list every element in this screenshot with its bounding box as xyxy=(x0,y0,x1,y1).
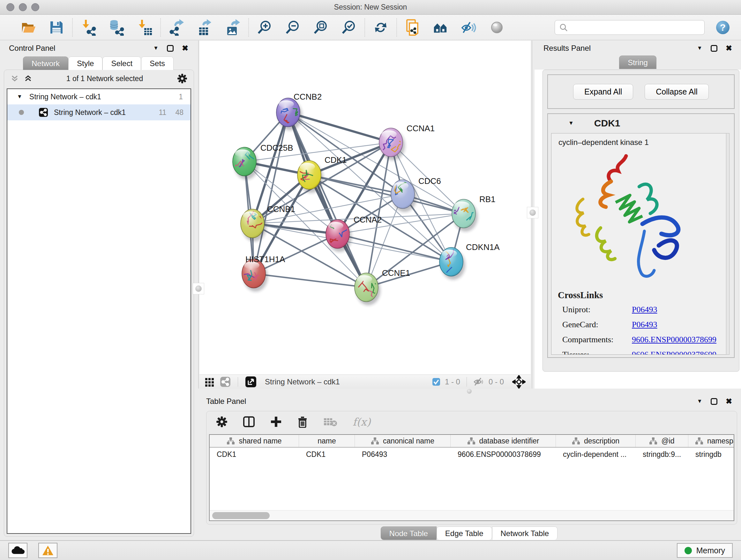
tab-network-table[interactable]: Network Table xyxy=(492,526,558,540)
table-cell[interactable]: P06493 xyxy=(355,450,451,459)
zoom-selected-button[interactable] xyxy=(341,19,357,36)
entry-collapse-icon[interactable]: ▼ xyxy=(568,120,574,126)
network-row-selected[interactable]: String Network – cdk1 11 48 xyxy=(7,105,191,120)
tab-network[interactable]: Network xyxy=(23,57,68,70)
collection-expand-icon[interactable]: ▼ xyxy=(17,94,22,100)
hidden-eye-slash-icon[interactable] xyxy=(473,377,484,387)
memory-button[interactable]: Memory xyxy=(677,543,733,558)
collapse-panel-icon[interactable]: ▼ xyxy=(697,398,702,405)
search-input[interactable] xyxy=(555,20,704,35)
birdseye-view-icon[interactable] xyxy=(245,376,257,388)
zoom-in-button[interactable] xyxy=(257,19,273,36)
scrollbar-thumb[interactable] xyxy=(212,512,270,519)
tab-sets[interactable]: Sets xyxy=(141,57,174,70)
tab-edge-table[interactable]: Edge Table xyxy=(436,526,492,540)
collapse-panel-icon[interactable]: ▼ xyxy=(697,45,702,51)
float-panel-icon[interactable] xyxy=(711,398,718,405)
table-options-gear-icon[interactable] xyxy=(216,416,227,428)
left-splitter-handle[interactable] xyxy=(193,283,204,294)
network-view-canvas[interactable]: CCNB2CCNA1CDC25BCDK1CDC6RB1CCNB1CCNA2CDK… xyxy=(199,41,531,374)
table-cell[interactable]: stringdb:9... xyxy=(636,450,688,459)
node-CCNE1[interactable]: CCNE1 xyxy=(354,268,410,305)
horizontal-splitter[interactable] xyxy=(197,388,741,394)
expand-all-button[interactable]: Expand All xyxy=(573,84,633,100)
node-CDK1[interactable]: CDK1 xyxy=(294,155,347,193)
network-view-toolbar: String Network – cdk1 1 - 0 0 - 0 xyxy=(199,374,531,388)
tab-node-table[interactable]: Node Table xyxy=(381,526,436,540)
import-network-file-button[interactable] xyxy=(80,19,96,36)
results-scrollbar[interactable] xyxy=(726,133,730,355)
column-header-database-identifier[interactable]: database identifier xyxy=(451,435,556,447)
close-panel-icon[interactable]: ✖ xyxy=(182,44,188,53)
clone-network-button[interactable] xyxy=(405,19,421,36)
right-splitter-handle[interactable] xyxy=(527,207,538,219)
column-header-namespace[interactable]: namespace xyxy=(688,435,734,447)
selected-nodes-checkbox-icon[interactable] xyxy=(432,378,441,386)
collapse-all-button[interactable]: Collapse All xyxy=(645,84,709,100)
tab-style[interactable]: Style xyxy=(68,57,103,70)
node-RB1[interactable]: RB1 xyxy=(452,194,495,232)
column-header-name[interactable]: name xyxy=(299,435,355,447)
delete-column-trash-icon[interactable] xyxy=(297,416,308,428)
node-CCNB2[interactable]: CCNB2 xyxy=(276,92,322,130)
float-panel-icon[interactable] xyxy=(167,45,174,52)
table-cell[interactable]: stringdb xyxy=(688,450,734,459)
table-cell[interactable]: cyclin-dependent ... xyxy=(556,450,636,459)
table-cell[interactable]: 9606.ENSP00000378699 xyxy=(451,450,556,459)
add-column-plus-icon[interactable] xyxy=(270,416,282,428)
crosslink-link[interactable]: P06493 xyxy=(632,305,657,314)
right-splitter[interactable] xyxy=(531,41,533,388)
table-horizontal-scrollbar[interactable] xyxy=(210,510,734,520)
show-columns-icon[interactable] xyxy=(243,416,255,428)
float-panel-icon[interactable] xyxy=(711,45,718,52)
network-svg[interactable]: CCNB2CCNA1CDC25BCDK1CDC6RB1CCNB1CCNA2CDK… xyxy=(199,41,531,374)
export-network-button[interactable] xyxy=(169,19,185,36)
expand-all-networks-icon[interactable] xyxy=(10,74,19,83)
close-panel-icon[interactable]: ✖ xyxy=(726,44,732,53)
hide-selected-button[interactable] xyxy=(461,19,477,36)
column-header-canonical-name[interactable]: canonical name xyxy=(355,435,451,447)
table-cell[interactable]: CDK1 xyxy=(210,450,299,459)
export-table-button[interactable] xyxy=(197,19,212,36)
show-all-button[interactable] xyxy=(489,19,505,36)
node-entry-header[interactable]: ▼ CDK1 xyxy=(548,114,734,132)
tab-select[interactable]: Select xyxy=(103,57,141,70)
string-results-box: Expand All Collapse All ▼ CDK1 cyclin–de… xyxy=(542,70,739,372)
collapse-panel-icon[interactable]: ▼ xyxy=(153,45,158,51)
help-button[interactable]: ? xyxy=(715,19,731,36)
fit-content-crosshair-icon[interactable] xyxy=(512,375,526,388)
collapse-all-networks-icon[interactable] xyxy=(24,74,32,83)
search-field[interactable] xyxy=(571,23,700,32)
crosslink-link[interactable]: P06493 xyxy=(632,320,657,329)
warning-status-button[interactable] xyxy=(38,543,57,558)
table-row[interactable]: CDK1CDK1P064939606.ENSP00000378699cyclin… xyxy=(210,448,734,461)
cloud-status-button[interactable] xyxy=(8,543,27,558)
network-collection-row[interactable]: ▼ String Network – cdk1 1 xyxy=(7,89,191,105)
save-session-button[interactable] xyxy=(49,19,64,36)
function-builder-icon[interactable]: f(x) xyxy=(353,416,371,428)
network-options-gear-icon[interactable] xyxy=(177,73,187,84)
crosslink-link[interactable]: 9606.ENSP00000378699 xyxy=(632,335,717,345)
node-HIST1H1A[interactable]: HIST1H1A xyxy=(237,254,285,292)
node-table[interactable]: shared namenamecanonical namedatabase id… xyxy=(209,434,734,521)
tab-string[interactable]: String xyxy=(619,56,657,69)
table-cell[interactable]: CDK1 xyxy=(299,450,355,459)
zoom-fit-button[interactable] xyxy=(313,19,329,36)
zoom-out-button[interactable] xyxy=(285,19,300,36)
horizontal-splitter-handle[interactable] xyxy=(467,389,472,394)
column-header-@id[interactable]: @id xyxy=(636,435,688,447)
column-header-shared-name[interactable]: shared name xyxy=(210,435,299,447)
delete-table-icon[interactable] xyxy=(323,416,337,427)
grid-view-icon[interactable] xyxy=(205,377,215,387)
open-session-button[interactable] xyxy=(20,19,37,36)
network-share-icon[interactable] xyxy=(220,376,231,387)
import-table-file-button[interactable] xyxy=(137,19,152,36)
close-panel-icon[interactable]: ✖ xyxy=(726,397,732,406)
column-header-description[interactable]: description xyxy=(556,435,636,447)
vizmapper-home-button[interactable] xyxy=(433,19,449,36)
export-image-button[interactable] xyxy=(225,19,241,36)
node-CCNA1[interactable]: CCNA1 xyxy=(379,124,434,160)
refresh-button[interactable] xyxy=(373,19,389,36)
import-network-database-button[interactable] xyxy=(109,19,125,36)
crosslink-link[interactable]: 9606.ENSP00000378699 xyxy=(632,350,717,355)
